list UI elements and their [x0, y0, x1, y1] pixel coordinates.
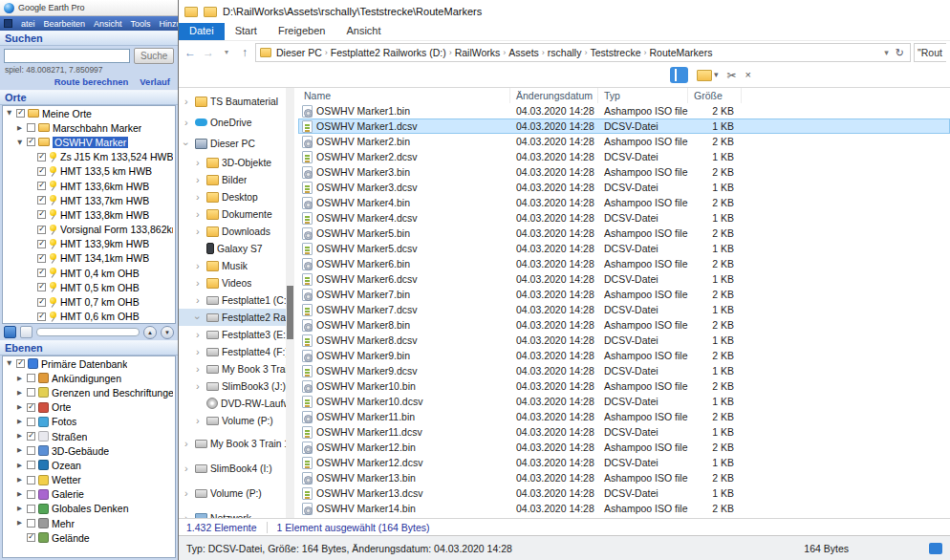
tree-item[interactable]: HMT 133,6km HWB	[3, 179, 175, 193]
sidebar-item-desktop[interactable]: Desktop	[179, 188, 286, 205]
visibility-checkbox[interactable]	[37, 269, 46, 277]
tree-item[interactable]: HMT 133,8km HWB	[3, 207, 175, 222]
recent-locations-dropdown-icon[interactable]	[219, 49, 234, 56]
tree-item[interactable]: Ankündigungen	[3, 371, 175, 385]
expander-icon[interactable]	[15, 404, 24, 411]
visibility-checkbox[interactable]	[37, 312, 46, 321]
sidebar-item-festplatte4-f-[interactable]: Festplatte4 (F:)	[179, 343, 286, 360]
up-button[interactable]	[237, 47, 252, 58]
file-row[interactable]: OSWHV Marker12.bin04.03.2020 14:28Ashamp…	[298, 440, 950, 455]
expander-icon[interactable]	[15, 140, 24, 146]
file-row[interactable]: OSWHV Marker3.bin04.03.2020 14:28Ashampo…	[298, 164, 950, 180]
chevron-icon[interactable]	[184, 488, 192, 499]
file-row[interactable]: OSWHV Marker8.dcsv04.03.2020 14:28DCSV-D…	[298, 333, 950, 348]
sidebar-item-3d-objekte[interactable]: 3D-Objekte	[179, 154, 286, 171]
sidebar-item-netzwerk[interactable]: Netzwerk	[179, 507, 286, 518]
sidebar-item-dokumente[interactable]: Dokumente	[179, 205, 286, 223]
tree-item[interactable]: HMT 0,7 km OHB	[3, 294, 175, 309]
file-row[interactable]: OSWHV Marker11.dcsv04.03.2020 14:28DCSV-…	[298, 424, 950, 440]
scrollbar-thumb[interactable]	[287, 286, 293, 339]
visibility-checkbox[interactable]	[27, 505, 35, 513]
sidebar-item-bilder[interactable]: Bilder	[179, 171, 286, 188]
expander-icon[interactable]	[15, 433, 24, 440]
ribbon-tab-datei[interactable]: Datei	[179, 23, 225, 40]
file-row[interactable]: OSWHV Marker6.dcsv04.03.2020 14:28DCSV-D…	[298, 271, 950, 287]
tree-item[interactable]: Primäre Datenbank	[3, 356, 175, 371]
cut-icon[interactable]	[727, 70, 737, 81]
visibility-checkbox[interactable]	[37, 182, 46, 190]
chevron-icon[interactable]	[196, 381, 204, 392]
navigation-scrollbar[interactable]	[286, 88, 294, 518]
chevron-icon[interactable]	[184, 118, 192, 128]
visibility-checkbox[interactable]	[27, 123, 35, 132]
file-row[interactable]: OSWHV Marker10.dcsv04.03.2020 14:28DCSV-…	[298, 394, 950, 409]
tree-item[interactable]: Vorsignal Form 133,862km	[3, 223, 175, 237]
file-row[interactable]: OSWHV Marker9.dcsv04.03.2020 14:28DCSV-D…	[298, 363, 950, 378]
visibility-checkbox[interactable]	[37, 298, 46, 307]
quick-access-folder-icon[interactable]	[184, 7, 198, 17]
visibility-checkbox[interactable]	[37, 240, 46, 248]
scroll-up-button[interactable]	[143, 326, 157, 339]
sidebar-item-festplatte2-railw[interactable]: Festplatte2 Railw	[179, 309, 286, 326]
sidebar-item-slimbook4-i-[interactable]: SlimBook4 (I:)	[179, 458, 286, 479]
file-row[interactable]: OSWHV Marker13.dcsv04.03.2020 14:28DCSV-…	[298, 485, 950, 501]
ribbon-tab-start[interactable]: Start	[225, 23, 268, 40]
chevron-icon[interactable]	[196, 175, 204, 185]
tree-item[interactable]: Globales Denken	[3, 502, 175, 516]
sidebar-item-volume-p-[interactable]: Volume (P:)	[179, 483, 286, 504]
sidebar-item-videos[interactable]: Videos	[179, 274, 286, 291]
ribbon-tab-ansicht[interactable]: Ansicht	[335, 23, 391, 40]
breadcrumb-segment[interactable]: Assets	[506, 47, 542, 58]
places-search-icon[interactable]	[4, 326, 16, 338]
breadcrumb-segment[interactable]: rschally	[545, 47, 585, 58]
chevron-icon[interactable]	[196, 295, 204, 306]
file-row[interactable]: OSWHV Marker1.bin04.03.2020 14:28Ashampo…	[298, 103, 950, 118]
column-header-typ[interactable]: Typ	[598, 88, 688, 103]
file-row[interactable]: OSWHV Marker6.bin04.03.2020 14:28Ashampo…	[298, 256, 950, 271]
tree-item[interactable]: HMT 0,4 km OHB	[3, 266, 175, 280]
file-row[interactable]: OSWHV Marker1.dcsv04.03.2020 14:28DCSV-D…	[298, 118, 950, 134]
file-row[interactable]: OSWHV Marker12.dcsv04.03.2020 14:28DCSV-…	[298, 455, 950, 470]
forward-button[interactable]	[201, 47, 216, 58]
chevron-icon[interactable]	[196, 347, 204, 357]
file-row[interactable]: OSWHV Marker2.dcsv04.03.2020 14:28DCSV-D…	[298, 149, 950, 164]
preview-pane-icon[interactable]	[670, 67, 688, 83]
visibility-checkbox[interactable]	[16, 109, 25, 118]
visibility-checkbox[interactable]	[27, 446, 35, 455]
new-folder-icon[interactable]	[697, 70, 712, 81]
sidebar-item-my-book-3-train[interactable]: My Book 3 Train	[179, 360, 286, 377]
visibility-checkbox[interactable]	[27, 476, 35, 485]
menu-item-hinzu[interactable]: Hinzu	[160, 19, 178, 29]
breadcrumb-segment[interactable]: Dieser PC	[273, 47, 325, 58]
tree-item[interactable]: Fotos	[3, 415, 175, 429]
chevron-icon[interactable]	[196, 330, 204, 340]
menu-item-tools[interactable]: Tools	[131, 19, 151, 29]
sidebar-item-dvd-rw-laufw[interactable]: DVD-RW-Laufw	[179, 395, 286, 412]
visibility-checkbox[interactable]	[37, 153, 46, 162]
expander-icon[interactable]	[15, 419, 24, 425]
sidebar-item-musik[interactable]: Musik	[179, 257, 286, 274]
breadcrumb-segment[interactable]: Teststrecke	[587, 47, 643, 58]
chevron-icon[interactable]	[196, 278, 204, 289]
tree-item[interactable]: Marschbahn Marker	[3, 120, 175, 135]
file-row[interactable]: OSWHV Marker2.bin04.03.2020 14:28Ashampo…	[298, 134, 950, 149]
chevron-icon[interactable]	[196, 158, 204, 168]
file-row[interactable]: OSWHV Marker7.bin04.03.2020 14:28Ashampo…	[298, 287, 950, 302]
close-icon[interactable]	[745, 70, 751, 80]
visibility-checkbox[interactable]	[27, 490, 35, 499]
tree-item[interactable]: HMT 133,7km HWB	[3, 193, 175, 207]
column-header-änderungsdatum[interactable]: Änderungsdatum	[510, 88, 598, 103]
column-header-name[interactable]: Name	[298, 88, 510, 103]
tree-item[interactable]: HMT 0,5 km OHB	[3, 280, 175, 294]
visibility-checkbox[interactable]	[37, 210, 46, 219]
new-item-dropdown-icon[interactable]	[714, 71, 719, 79]
chevron-icon[interactable]	[184, 97, 192, 107]
search-box[interactable]	[914, 43, 946, 62]
search-button[interactable]: Suche	[134, 48, 174, 64]
expander-icon[interactable]	[15, 463, 24, 469]
expander-icon[interactable]	[15, 520, 24, 527]
sidebar-item-ts-baumaterial[interactable]: TS Baumaterial	[179, 91, 286, 112]
sidebar-item-onedrive[interactable]: OneDrive	[179, 112, 286, 133]
tree-item[interactable]: OSWHV Marker	[3, 135, 175, 149]
visibility-checkbox[interactable]	[37, 254, 46, 263]
